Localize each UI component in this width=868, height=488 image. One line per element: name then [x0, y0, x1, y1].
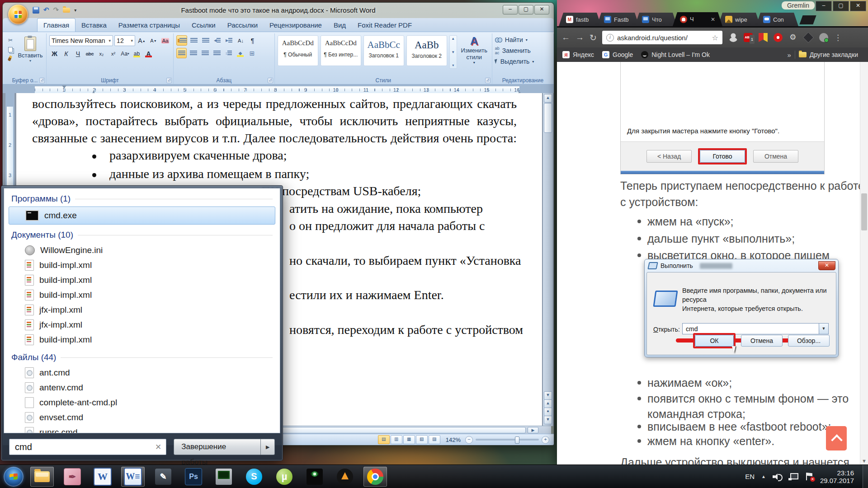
taskbar-word[interactable]: W — [91, 467, 114, 487]
other-bookmarks[interactable]: Другие закладки — [799, 51, 858, 58]
taskbar-utorrent[interactable]: µ — [273, 467, 296, 487]
clear-formatting-button[interactable]: Аа — [160, 36, 170, 46]
chrome-header[interactable]: Gremlin – ▢ ✕ Mfastb Fastb Что Ч ✕ wipe … — [557, 0, 868, 28]
copy-icon[interactable] — [6, 46, 14, 53]
close-tab-icon[interactable]: ✕ — [711, 16, 715, 23]
tab-con[interactable]: Con — [756, 13, 798, 26]
increase-indent-button[interactable]: ▶ — [224, 35, 234, 46]
style-normal[interactable]: AaBbCcDd ¶ Обычный — [278, 35, 318, 66]
align-center-button[interactable] — [188, 48, 198, 58]
tab-mailings[interactable]: Рассылки — [222, 19, 264, 32]
result-document[interactable]: build-impl.xml — [4, 332, 280, 347]
format-painter-icon[interactable] — [6, 55, 14, 62]
maximize-button[interactable]: ▢ — [833, 1, 849, 11]
zoom-in-button[interactable]: + — [542, 436, 549, 444]
show-desktop-button[interactable] — [863, 465, 868, 488]
strikethrough-button[interactable]: abc — [85, 48, 95, 59]
tab-wipe[interactable]: wipe — [718, 13, 760, 26]
volume-icon[interactable] — [773, 473, 782, 480]
page-scroll-thumb[interactable] — [861, 193, 867, 230]
status-ext-icon[interactable] — [819, 33, 828, 42]
font-name-combo[interactable]: Times New Roman▾ — [49, 35, 113, 46]
hidden-icons-chevron[interactable]: ▲ — [761, 474, 766, 479]
taskbar-console[interactable] — [212, 467, 236, 487]
decrease-indent-button[interactable]: ◀ — [212, 35, 222, 46]
shrink-font-button[interactable]: А▼ — [148, 36, 159, 46]
font-size-combo[interactable]: 12▾ — [114, 35, 135, 46]
style-no-spacing[interactable]: AaBbCcDd ¶ Без интер... — [321, 35, 361, 66]
new-tab-button[interactable] — [799, 15, 816, 24]
paragraph-dialog-launcher[interactable]: ◿ — [268, 78, 273, 83]
maximize-button[interactable]: ▢ — [519, 5, 533, 14]
paste-button[interactable]: Вставить ▾ — [17, 35, 43, 76]
minimize-button[interactable]: – — [503, 5, 518, 14]
highlight-button[interactable]: ab — [132, 48, 142, 59]
tab-home[interactable]: Главная — [37, 18, 75, 32]
tab-view[interactable]: Вид — [328, 19, 352, 32]
taskbar-word-document[interactable]: W≡ — [121, 467, 145, 487]
bookmark-yandex[interactable]: ЯЯндекс — [562, 51, 594, 58]
numbering-button[interactable] — [189, 35, 199, 46]
result-file[interactable]: ant.cmd — [4, 365, 280, 380]
scroll-down-icon[interactable]: ▼ — [860, 458, 868, 464]
vertical-scrollbar[interactable]: ▲ ▼ ▲ ● ▼ — [542, 93, 553, 426]
tab-active-askandroid[interactable]: Ч ✕ — [673, 12, 722, 26]
tab-insert[interactable]: Вставка — [75, 19, 113, 32]
result-file[interactable]: envset.cmd — [4, 410, 280, 425]
result-file[interactable]: runrc.cmd — [4, 425, 280, 433]
result-document[interactable]: build-impl.xml — [4, 258, 280, 272]
minimize-button[interactable]: – — [816, 1, 832, 11]
select-browse-object-icon[interactable]: ● — [544, 408, 552, 416]
zoom-level[interactable]: 142% — [446, 436, 461, 443]
change-styles-button[interactable]: A Изменить стили ▾ — [459, 35, 489, 65]
previous-page-icon[interactable]: ▲ — [544, 399, 552, 408]
start-button[interactable] — [4, 467, 24, 487]
zoom-out-button[interactable]: − — [465, 436, 473, 444]
print-layout-view-button[interactable]: ▤ — [378, 435, 390, 444]
forward-icon[interactable]: → — [576, 33, 584, 42]
office-button[interactable] — [8, 5, 28, 24]
shading-button[interactable]: ◆ — [235, 48, 245, 58]
zoom-slider-thumb[interactable] — [515, 436, 519, 444]
start-search-box[interactable]: ✕ — [9, 439, 166, 455]
result-document[interactable]: build-impl.xml — [4, 272, 280, 287]
outline-view-button[interactable]: ▧ — [416, 435, 428, 444]
bookmarks-overflow-icon[interactable]: » — [787, 51, 791, 59]
styles-gallery-scroll[interactable]: ▲▼▾ — [449, 35, 457, 69]
taskbar-editor[interactable]: ✎ — [151, 467, 175, 487]
sort-button[interactable]: А↓ — [236, 35, 246, 46]
fullscreen-view-button[interactable]: ▥ — [391, 435, 402, 444]
tab-review[interactable]: Рецензирование — [264, 19, 328, 32]
result-document[interactable]: jfx-impl.xml — [4, 317, 280, 332]
page-info-icon[interactable]: i — [606, 34, 614, 42]
tray-clock[interactable]: 23:16 29.07.2017 — [820, 469, 854, 484]
font-color-button[interactable]: А — [143, 48, 154, 59]
close-button[interactable]: ✕ — [534, 5, 549, 14]
url-text[interactable]: askandroid.ru/question/ — [617, 34, 709, 42]
bookmarks-ext-icon[interactable] — [759, 33, 768, 42]
scroll-up-icon[interactable]: ▲ — [544, 94, 552, 103]
result-document[interactable]: jfx-impl.xml — [4, 302, 280, 317]
tab-gmail[interactable]: Mfastb — [559, 13, 601, 26]
find-button[interactable]: Найти▾ — [495, 36, 551, 43]
address-bar[interactable]: i askandroid.ru/question/ ☆ — [602, 31, 722, 44]
action-center-flag-icon[interactable]: ✕ — [805, 473, 813, 480]
clear-search-icon[interactable]: ✕ — [155, 442, 161, 452]
web-layout-view-button[interactable]: ▦ — [403, 435, 415, 444]
search-input[interactable] — [14, 441, 155, 453]
font-dialog-launcher[interactable]: ◿ — [166, 78, 172, 83]
network-icon[interactable] — [788, 473, 798, 480]
scroll-down-icon[interactable]: ▼ — [544, 391, 552, 400]
language-indicator[interactable]: EN — [745, 473, 755, 480]
tab-page-layout[interactable]: Разметка страницы — [113, 19, 186, 32]
tab-chto[interactable]: Что — [635, 13, 677, 26]
cut-icon[interactable]: ✂ — [6, 37, 14, 44]
bold-button[interactable]: Ж — [49, 48, 60, 59]
superscript-button[interactable]: x² — [108, 48, 118, 59]
taskbar-chrome[interactable] — [363, 467, 387, 487]
taskbar-skype[interactable]: S — [242, 467, 266, 487]
gear-ext-icon[interactable]: ⚙ — [788, 33, 797, 42]
bookmark-google[interactable]: GGoogle — [602, 51, 633, 58]
taskbar-explorer[interactable] — [30, 467, 54, 487]
cube-ext-icon[interactable] — [803, 32, 814, 43]
